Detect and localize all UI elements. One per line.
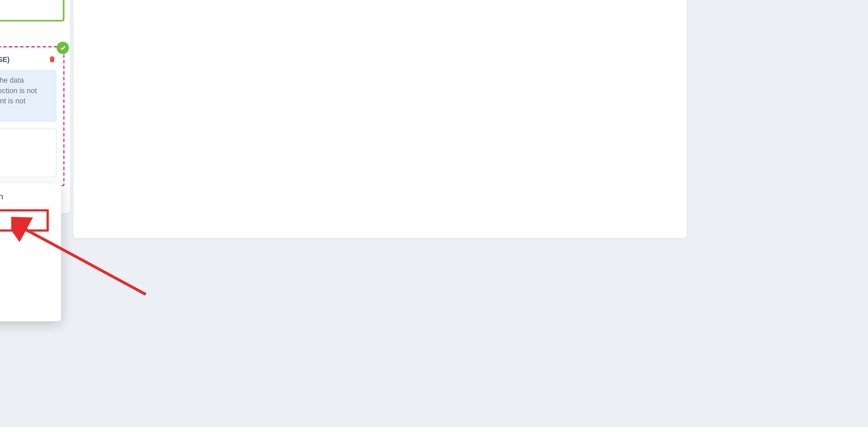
main-area: SystemKeepinCRMActionUpdate AGREEMENTAcc… xyxy=(0,0,697,343)
kv-row: Settingschange settings xyxy=(0,0,57,2)
step-title: CONDITIONAL LOGIC (IF/ELSE) xyxy=(0,55,10,64)
workflow-panel: SystemKeepinCRMActionUpdate AGREEMENTAcc… xyxy=(0,0,70,213)
menu-item-mathematics[interactable]: MATHEMATICS xyxy=(0,293,46,313)
menu-item-ai-tools-chatgpt-[interactable]: AI TOOLS (ChatGPT) xyxy=(0,233,46,253)
kv-row: Testcheck xyxy=(0,2,57,15)
delete-step-button[interactable] xyxy=(48,55,57,64)
kv-row: Testcheck xyxy=(0,159,50,171)
kv-row: ActionIf xyxy=(0,135,50,147)
condition-note: This condition will be triggered if the … xyxy=(0,70,57,122)
menu-item-formatting[interactable]: AaFORMATTING xyxy=(0,273,46,293)
menu-title: Add next action xyxy=(0,191,61,206)
condition-settings: ActionIfSettingschange settingsTestcheck xyxy=(0,129,57,178)
kv-row: Settingschange settings xyxy=(0,147,50,159)
check-badge-icon xyxy=(57,42,69,54)
menu-item-data-destination[interactable]: DATA DESTINATION xyxy=(0,209,49,231)
step-conditional-block: 3 CONDITIONAL LOGIC (IF/ELSE) This condi… xyxy=(0,46,64,186)
menu-item-data-search[interactable]: DATA SEARCH xyxy=(0,253,46,273)
add-action-menu: Add next action DATA DESTINATIONAI TOOLS… xyxy=(0,183,61,321)
content-panel xyxy=(74,0,687,238)
step-destination-block: SystemKeepinCRMActionUpdate AGREEMENTAcc… xyxy=(0,0,64,22)
